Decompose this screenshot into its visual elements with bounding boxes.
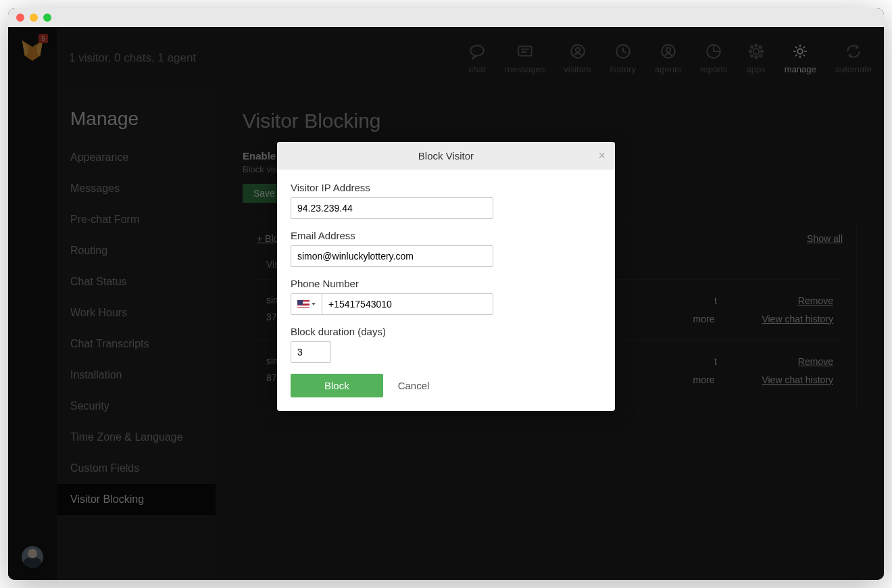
app-window: 5 1 visitor, 0 chats, 1 agent chat messa… xyxy=(8,8,884,580)
window-zoom-dot[interactable] xyxy=(43,14,51,22)
country-select[interactable] xyxy=(291,294,322,314)
phone-input[interactable] xyxy=(322,294,493,314)
duration-input[interactable] xyxy=(291,341,331,363)
modal-header: Block Visitor × xyxy=(277,142,615,170)
field-phone: Phone Number xyxy=(291,278,601,315)
app-body: 5 1 visitor, 0 chats, 1 agent chat messa… xyxy=(8,27,884,580)
email-label: Email Address xyxy=(291,230,601,241)
mac-titlebar xyxy=(8,8,884,27)
close-icon: × xyxy=(598,149,605,162)
us-flag-icon xyxy=(297,300,309,308)
window-minimize-dot[interactable] xyxy=(30,14,38,22)
field-ip: Visitor IP Address xyxy=(291,182,601,219)
duration-label: Block duration (days) xyxy=(291,326,601,337)
phone-label: Phone Number xyxy=(291,278,601,289)
chevron-down-icon xyxy=(312,303,316,305)
modal-actions: Block Cancel xyxy=(291,374,601,397)
modal-title: Block Visitor xyxy=(418,150,474,162)
block-button[interactable]: Block xyxy=(291,374,383,397)
block-visitor-modal: Block Visitor × Visitor IP Address Email… xyxy=(277,142,615,411)
email-input[interactable] xyxy=(291,245,493,267)
field-email: Email Address xyxy=(291,230,601,267)
ip-label: Visitor IP Address xyxy=(291,182,601,193)
modal-close-button[interactable]: × xyxy=(598,149,605,163)
ip-input[interactable] xyxy=(291,197,493,219)
phone-input-group xyxy=(291,293,493,315)
modal-body: Visitor IP Address Email Address Phone N… xyxy=(277,170,615,411)
field-duration: Block duration (days) xyxy=(291,326,601,363)
cancel-button[interactable]: Cancel xyxy=(398,380,430,391)
window-close-dot[interactable] xyxy=(16,14,24,22)
